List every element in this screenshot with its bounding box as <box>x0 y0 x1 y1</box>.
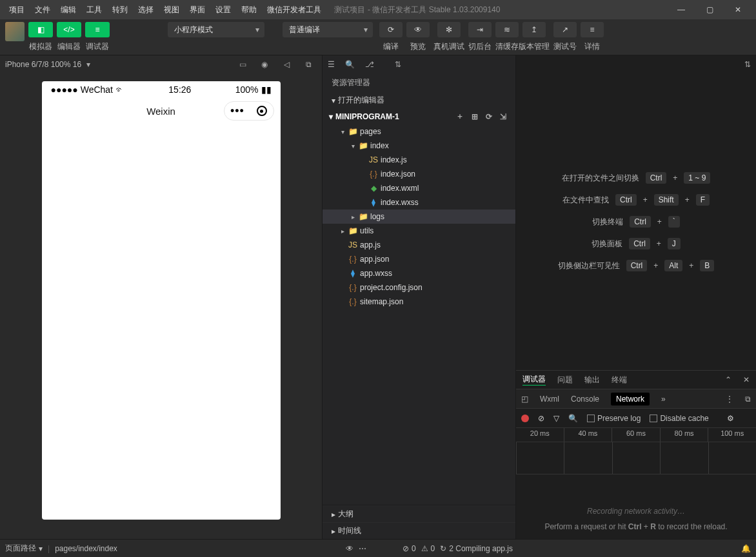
clear-icon[interactable]: ⊘ <box>538 414 544 423</box>
file-app.wxss[interactable]: ⧫app.wxss <box>323 266 515 280</box>
tab-console[interactable]: Console <box>571 395 599 404</box>
file-app.json[interactable]: {.}app.json <box>323 252 515 266</box>
capsule-close-icon[interactable] <box>257 106 267 116</box>
menu-item-5[interactable]: 选择 <box>133 0 159 19</box>
more-tabs-icon[interactable]: » <box>661 395 666 404</box>
menu-item-6[interactable]: 视图 <box>159 0 184 19</box>
menu-item-3[interactable]: 工具 <box>81 0 107 19</box>
file-icon: {.} <box>368 170 379 179</box>
editor-toggle[interactable]: </> <box>57 22 81 37</box>
explorer-icon[interactable]: ☰ <box>328 60 335 69</box>
version-button[interactable]: ↥ <box>522 22 546 37</box>
file-app.js[interactable]: JSapp.js <box>323 238 515 252</box>
folder-index[interactable]: ▾📁index <box>323 139 515 153</box>
folder-utils[interactable]: ▸📁utils <box>323 224 515 238</box>
tab-output[interactable]: 输出 <box>584 375 600 386</box>
device-icon[interactable]: ▭ <box>234 59 251 70</box>
device-selector[interactable]: iPhone 6/7/8 100% 16 <box>5 60 81 69</box>
hint-label: 切换侧边栏可见性 <box>558 260 620 271</box>
error-count[interactable]: ⊘ 0 <box>403 544 416 553</box>
search-network-icon[interactable]: 🔍 <box>568 414 578 423</box>
collapse-icon[interactable]: ⇲ <box>497 112 509 121</box>
tree-label: index.js <box>381 155 407 164</box>
tab-terminal[interactable]: 终端 <box>612 375 627 386</box>
page-route-value[interactable]: pages/index/index <box>55 544 117 553</box>
tab-network[interactable]: Network <box>611 393 650 406</box>
disable-cache-checkbox[interactable]: Disable cache <box>650 414 708 423</box>
real-debug-button[interactable]: ✻ <box>437 22 461 37</box>
mute-icon[interactable]: ◁ <box>278 59 295 70</box>
simulator-toggle[interactable]: ◧ <box>28 22 53 37</box>
close-button[interactable]: ✕ <box>724 0 752 19</box>
page-route-label[interactable]: 页面路径 ▾ <box>5 543 43 554</box>
menu-item-9[interactable]: 帮助 <box>236 0 262 19</box>
hint-row-4: 切换侧边栏可见性Ctrl+Alt+B <box>558 260 715 271</box>
preserve-log-checkbox[interactable]: Preserve log <box>587 414 641 423</box>
window-title-suffix: - 微信开发者工具 Stable 1.03.2009140 <box>368 5 500 15</box>
preserve-log-label: Preserve log <box>597 414 641 423</box>
file-index.wxss[interactable]: ⧫index.wxss <box>323 195 515 210</box>
learn-more-link[interactable]: Learn more <box>616 538 655 539</box>
folder-logs[interactable]: ▸📁logs <box>323 210 515 224</box>
search-icon[interactable]: 🔍 <box>345 60 355 69</box>
background-button[interactable]: ⇥ <box>468 22 492 37</box>
bell-icon[interactable]: 🔔 <box>741 544 751 553</box>
outline-section[interactable]: ▸大纲 <box>323 505 515 522</box>
clear-cache-button[interactable]: ≋ <box>495 22 519 37</box>
hint-row-2: 切换终端Ctrl+` <box>592 216 680 228</box>
tab-problems[interactable]: 问题 <box>557 375 573 386</box>
compile-dropdown[interactable]: 普通编译 <box>283 22 373 37</box>
menu-item-8[interactable]: 设置 <box>210 0 236 19</box>
visibility-icon[interactable]: 👁 <box>346 544 353 553</box>
record-icon[interactable]: ◉ <box>256 59 273 70</box>
minimize-button[interactable]: — <box>667 0 695 19</box>
folder-icon: 📁 <box>347 127 359 136</box>
debugger-toggle[interactable]: ≡ <box>85 22 110 37</box>
new-file-icon[interactable]: ＋ <box>453 111 466 122</box>
gear-icon[interactable]: ⚙ <box>727 414 734 423</box>
maximize-button[interactable]: ▢ <box>695 0 724 19</box>
menu-item-10[interactable]: 微信开发者工具 <box>262 0 326 19</box>
file-sitemap.json[interactable]: {.}sitemap.json <box>323 295 515 309</box>
dock-icon[interactable]: ⧉ <box>745 395 751 404</box>
panel-close-icon[interactable]: ✕ <box>743 375 750 384</box>
menu-item-1[interactable]: 文件 <box>30 0 55 19</box>
editor-settings-icon[interactable]: ⇅ <box>744 60 751 69</box>
panel-options-icon[interactable]: ⇅ <box>395 60 401 69</box>
refresh-icon[interactable]: ⟳ <box>483 112 495 121</box>
hint-message: Perform a request or hit Ctrl + R to rec… <box>544 522 727 531</box>
tab-debugger[interactable]: 调试器 <box>522 374 546 386</box>
record-indicator[interactable] <box>521 415 529 422</box>
kebab-icon[interactable]: ⋮ <box>726 395 733 404</box>
menu-item-4[interactable]: 转到 <box>107 0 133 19</box>
explorer-root[interactable]: ▾MINIPROGRAM-1 ＋ ⊞ ⟳ ⇲ <box>323 108 515 124</box>
phone-simulator[interactable]: ●●●●● WeChat ᯤ 15:26 100% ▮▮ Weixin ••• <box>42 81 281 520</box>
panel-collapse-icon[interactable]: ⌃ <box>725 375 731 384</box>
more-icon[interactable]: ⋯ <box>359 544 366 553</box>
filter-icon[interactable]: ▽ <box>553 414 559 423</box>
file-index.wxml[interactable]: ◆index.wxml <box>323 181 515 195</box>
timeline-section[interactable]: ▸时间线 <box>323 522 515 539</box>
inspect-icon[interactable]: ◰ <box>521 395 528 404</box>
menu-item-0[interactable]: 项目 <box>4 0 30 19</box>
capsule[interactable]: ••• <box>224 101 274 121</box>
file-project.config.json[interactable]: {.}project.config.json <box>323 280 515 295</box>
new-folder-icon[interactable]: ⊞ <box>469 112 481 121</box>
copy-icon[interactable]: ⧉ <box>300 59 317 70</box>
open-editors-section[interactable]: ▾打开的编辑器 <box>323 92 515 108</box>
file-index.json[interactable]: {.}index.json <box>323 167 515 181</box>
mode-dropdown[interactable]: 小程序模式 <box>168 22 264 37</box>
folder-pages[interactable]: ▾📁pages <box>323 124 515 139</box>
menu-item-7[interactable]: 界面 <box>184 0 210 19</box>
warning-count[interactable]: ⚠ 0 <box>421 544 435 553</box>
menu-item-2[interactable]: 编辑 <box>55 0 81 19</box>
preview-button[interactable]: 👁 <box>406 22 430 37</box>
capsule-menu-icon[interactable]: ••• <box>230 104 244 118</box>
tab-wxml[interactable]: Wxml <box>540 395 559 404</box>
test-button[interactable]: ↗ <box>553 22 577 37</box>
detail-button[interactable]: ≡ <box>581 22 604 37</box>
branch-icon[interactable]: ⎇ <box>365 60 374 69</box>
file-index.js[interactable]: JSindex.js <box>323 153 515 167</box>
avatar[interactable] <box>5 22 25 41</box>
compile-button[interactable]: ⟳ <box>379 22 403 37</box>
